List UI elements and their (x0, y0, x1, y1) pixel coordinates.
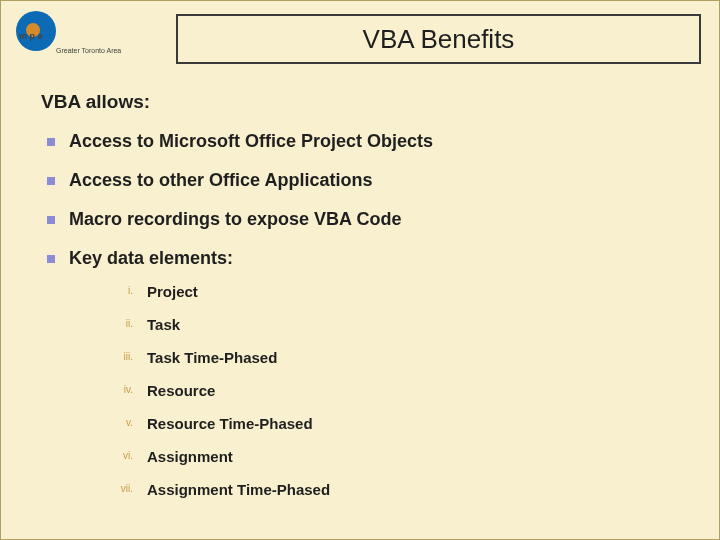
sub-text: Task (147, 316, 180, 333)
bullet-text: Key data elements: (69, 248, 233, 268)
roman-numeral: iii. (101, 351, 133, 362)
roman-numeral: v. (101, 417, 133, 428)
bullet-text: Macro recordings to expose VBA Code (69, 209, 401, 229)
roman-numeral: vi. (101, 450, 133, 461)
sub-item: vii.Assignment Time-Phased (69, 481, 684, 498)
slide-title-box: VBA Benefits (176, 14, 701, 64)
sub-item: ii.Task (69, 316, 684, 333)
roman-numeral: vii. (101, 483, 133, 494)
roman-numeral: iv. (101, 384, 133, 395)
sub-item: iii.Task Time-Phased (69, 349, 684, 366)
roman-numeral: ii. (101, 318, 133, 329)
sub-text: Resource (147, 382, 215, 399)
bullet-item: Access to other Office Applications (41, 170, 684, 191)
roman-numeral: i. (101, 285, 133, 296)
logo-text: m p a (19, 31, 43, 41)
intro-text: VBA allows: (41, 91, 684, 113)
sub-item: iv.Resource (69, 382, 684, 399)
sub-item: i.Project (69, 283, 684, 300)
sub-text: Resource Time-Phased (147, 415, 313, 432)
slide-title: VBA Benefits (363, 24, 515, 55)
sub-text: Task Time-Phased (147, 349, 277, 366)
sub-text: Project (147, 283, 198, 300)
sub-item: v.Resource Time-Phased (69, 415, 684, 432)
bullet-item: Macro recordings to expose VBA Code (41, 209, 684, 230)
bullet-item: Key data elements: i.Project ii.Task iii… (41, 248, 684, 498)
sub-text: Assignment Time-Phased (147, 481, 330, 498)
sub-item: vi.Assignment (69, 448, 684, 465)
logo: m p a Greater Toronto Area (11, 11, 161, 66)
bullet-item: Access to Microsoft Office Project Objec… (41, 131, 684, 152)
logo-subtext: Greater Toronto Area (56, 47, 121, 54)
bullet-text: Access to Microsoft Office Project Objec… (69, 131, 433, 151)
bullet-list: Access to Microsoft Office Project Objec… (41, 131, 684, 498)
sub-text: Assignment (147, 448, 233, 465)
slide-content: VBA allows: Access to Microsoft Office P… (41, 91, 684, 516)
bullet-text: Access to other Office Applications (69, 170, 372, 190)
sub-list: i.Project ii.Task iii.Task Time-Phased i… (69, 283, 684, 498)
